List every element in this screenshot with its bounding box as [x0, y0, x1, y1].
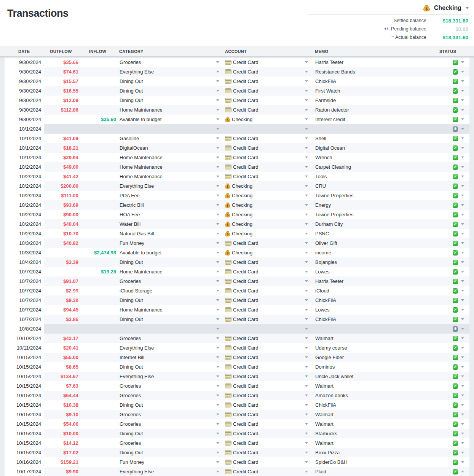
outflow-cell[interactable]: $40.04 — [44, 219, 80, 229]
inflow-cell[interactable] — [80, 191, 117, 200]
status-select[interactable]: ✓ — [451, 58, 469, 67]
date-cell[interactable]: 10/15/2024 — [5, 353, 44, 362]
outflow-cell[interactable] — [44, 324, 80, 334]
outflow-cell[interactable]: $54.06 — [44, 419, 80, 429]
status-select[interactable]: ✓ — [451, 315, 469, 324]
inflow-cell[interactable] — [80, 134, 117, 143]
memo-cell[interactable]: Bojangles — [312, 257, 451, 267]
inflow-cell[interactable] — [80, 315, 117, 324]
category-select[interactable]: Fun Money — [117, 457, 223, 467]
category-select[interactable]: Everything Else — [117, 372, 223, 381]
category-select[interactable]: Home Maintenance — [117, 153, 223, 162]
status-select[interactable]: ✓ — [451, 191, 469, 200]
status-select[interactable]: ✱ — [451, 124, 469, 134]
category-select[interactable]: Groceries — [117, 276, 223, 286]
memo-cell[interactable]: SpiderCo B&H — [312, 457, 451, 467]
account-select[interactable]: Credit Card — [223, 58, 312, 67]
date-cell[interactable]: 10/2/2024 — [5, 229, 44, 238]
inflow-cell[interactable] — [80, 296, 117, 305]
outflow-cell[interactable]: $10.00 — [44, 429, 80, 438]
account-select[interactable]: Credit Card — [223, 105, 312, 115]
inflow-cell[interactable] — [80, 67, 117, 77]
category-select[interactable]: Dining Out — [117, 96, 223, 105]
category-select[interactable]: DigitalOcean — [117, 143, 223, 153]
account-select[interactable]: Credit Card — [223, 410, 312, 419]
status-select[interactable]: ✓ — [451, 67, 469, 77]
memo-cell[interactable]: ChickFilA — [312, 77, 451, 86]
outflow-cell[interactable]: $94.45 — [44, 305, 80, 315]
date-cell[interactable]: 10/15/2024 — [5, 410, 44, 419]
date-cell[interactable]: 10/7/2024 — [5, 286, 44, 296]
inflow-cell[interactable] — [80, 105, 117, 115]
outflow-cell[interactable]: $16.55 — [44, 86, 80, 96]
status-select[interactable]: ✓ — [451, 200, 469, 210]
memo-cell[interactable]: Farmside — [312, 96, 451, 105]
account-select[interactable]: Credit Card — [223, 343, 312, 353]
category-select[interactable]: Dining Out — [117, 86, 223, 96]
account-select[interactable] — [223, 124, 312, 134]
category-select[interactable]: Available to budget — [117, 115, 223, 124]
account-selector[interactable]: $ Checking — [308, 5, 469, 15]
status-select[interactable]: ✓ — [451, 353, 469, 362]
category-select[interactable]: Everything Else — [117, 67, 223, 77]
category-select[interactable]: Groceries — [117, 419, 223, 429]
outflow-cell[interactable]: $14.12 — [44, 438, 80, 448]
outflow-cell[interactable]: $9.10 — [44, 410, 80, 419]
inflow-cell[interactable] — [80, 181, 117, 191]
date-cell[interactable]: 10/7/2024 — [5, 315, 44, 324]
status-select[interactable]: ✓ — [451, 86, 469, 96]
date-cell[interactable]: 10/15/2024 — [5, 419, 44, 429]
outflow-cell[interactable]: $10.70 — [44, 229, 80, 238]
date-cell[interactable]: 10/3/2024 — [5, 248, 44, 257]
category-select[interactable]: POA Fee — [117, 191, 223, 200]
inflow-cell[interactable] — [80, 210, 117, 219]
status-select[interactable]: ✓ — [451, 257, 469, 267]
status-select[interactable]: ✓ — [451, 134, 469, 143]
status-select[interactable]: ✓ — [451, 343, 469, 353]
account-select[interactable]: $Checking — [223, 229, 312, 238]
account-select[interactable] — [223, 324, 312, 334]
status-select[interactable]: ✓ — [451, 267, 469, 276]
category-select[interactable]: Water Bill — [117, 219, 223, 229]
account-select[interactable]: Credit Card — [223, 134, 312, 143]
inflow-cell[interactable] — [80, 96, 117, 105]
inflow-cell[interactable] — [80, 305, 117, 315]
memo-cell[interactable]: Durham City — [312, 219, 451, 229]
memo-cell[interactable]: Plaid — [312, 467, 451, 476]
memo-cell[interactable]: Harris Teeter — [312, 58, 451, 67]
status-select[interactable]: ✓ — [451, 96, 469, 105]
memo-cell[interactable]: ChickFilA — [312, 315, 451, 324]
category-select[interactable]: Groceries — [117, 381, 223, 391]
outflow-cell[interactable]: $8.65 — [44, 362, 80, 372]
account-select[interactable]: Credit Card — [223, 77, 312, 86]
account-select[interactable]: Credit Card — [223, 353, 312, 362]
category-select[interactable] — [117, 124, 223, 134]
category-select[interactable]: Home Maintenance — [117, 105, 223, 115]
memo-cell[interactable]: Wrench — [312, 153, 451, 162]
status-select[interactable]: ✓ — [451, 219, 469, 229]
date-cell[interactable]: 10/15/2024 — [5, 438, 44, 448]
date-cell[interactable]: 10/2/2024 — [5, 181, 44, 191]
category-select[interactable]: Gasoline — [117, 134, 223, 143]
inflow-cell[interactable] — [80, 162, 117, 172]
date-cell[interactable]: 10/7/2024 — [5, 296, 44, 305]
status-select[interactable]: ✓ — [451, 419, 469, 429]
category-select[interactable]: Home Maintenance — [117, 305, 223, 315]
category-select[interactable]: Groceries — [117, 410, 223, 419]
inflow-cell[interactable]: $2,474.98 — [80, 248, 117, 257]
account-select[interactable]: Credit Card — [223, 362, 312, 372]
date-cell[interactable]: 10/8/2024 — [5, 324, 44, 334]
date-cell[interactable]: 9/30/2024 — [5, 115, 44, 124]
date-cell[interactable]: 10/2/2024 — [5, 172, 44, 181]
outflow-cell[interactable]: $41.42 — [44, 172, 80, 181]
date-cell[interactable]: 10/7/2024 — [5, 276, 44, 286]
memo-cell[interactable]: First Watch — [312, 86, 451, 96]
outflow-cell[interactable]: $18.21 — [44, 143, 80, 153]
outflow-cell[interactable]: $41.09 — [44, 134, 80, 143]
account-select[interactable]: Credit Card — [223, 419, 312, 429]
memo-cell[interactable]: Walmart — [312, 334, 451, 343]
status-select[interactable]: ✓ — [451, 457, 469, 467]
account-select[interactable]: Credit Card — [223, 238, 312, 248]
inflow-cell[interactable] — [80, 334, 117, 343]
inflow-cell[interactable] — [80, 343, 117, 353]
